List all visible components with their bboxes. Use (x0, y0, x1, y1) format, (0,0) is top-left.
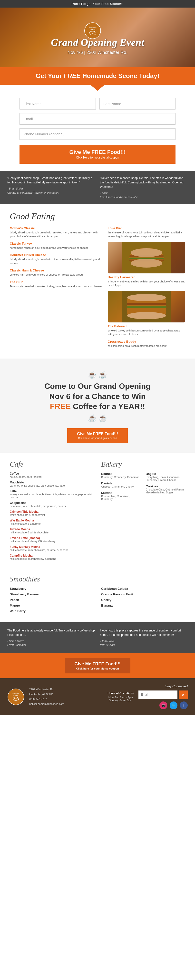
menu-item-3: Gourmet Grilled Cheese thickly sliced so… (10, 253, 103, 265)
cafe-item-tuxedo: Tuxedo Mocha milk chocolate & white choc… (10, 528, 94, 534)
svg-point-10 (131, 259, 162, 267)
cafe-item-coffee: Coffee house, decaf, dark roasted (10, 472, 94, 478)
cafe-item-funky: Funky Monkey Mocha milk chocolate, milk … (10, 545, 94, 552)
bakery-cookies: Cookies Chocolate Chip, Oatmeal Raisin, … (146, 484, 185, 494)
testimonial-2: "Never been to a coffee shop like this. … (100, 176, 188, 199)
svg-text:Coffee: Coffee (90, 29, 95, 31)
footer-phone: (256) 521-3121 (29, 697, 103, 702)
smoothie-banana: Banana (101, 604, 185, 607)
smoothie-peach: Peach (10, 598, 94, 602)
bakery-col-1: Scones Blueberry, Cranberry, Cinnamon Da… (101, 472, 141, 503)
win-button[interactable]: Give Me FREE Food!!! Click here for your… (67, 428, 128, 443)
menu-right: Love Bird the cheese of your choice join… (108, 226, 185, 351)
bakery-title: Bakery (101, 460, 185, 468)
footer-email-send-button[interactable]: ➤ (179, 690, 188, 699)
free-banner-post: Homemade Scone Today! (81, 72, 159, 80)
menu-left: Mother's Classic thickly sliced sour dou… (10, 226, 103, 351)
footer-logo: Homemade Coffee (7, 688, 24, 705)
footer-address: 2202 Winchester Rd. (29, 687, 103, 692)
svg-text:Homemade: Homemade (13, 692, 19, 694)
win-btn-label: Give Me FREE Food!!! (77, 432, 118, 436)
bakery-bagels: Bagels Everything, Plain, Cinnamon, Blue… (146, 472, 185, 482)
menu-item-4: Classic Ham & Cheese smoked ham with you… (10, 269, 103, 277)
testimonial-1-author: - Brian Smith Creator of the Lonely Trav… (7, 186, 95, 195)
banner-arrow (90, 84, 105, 91)
hero-subtitle: Nov 4-6 | 2202 Winchester Rd. (68, 50, 127, 55)
top-bar-text: Don't Forget Your Free Scone!!! (71, 2, 123, 6)
food-image-2 (108, 291, 185, 323)
menu-item-6: Love Bird the cheese of your choice join… (108, 226, 185, 238)
hero-title: Grand Opening Event (51, 37, 144, 48)
free-banner-free: FREE (63, 72, 81, 80)
testimonial-1-quote: "Really neat coffee shop. Great food and… (7, 177, 92, 184)
footer-info: 2202 Winchester Rd. Huntsville, AL 35811… (29, 687, 103, 706)
facebook-icon[interactable]: f (180, 702, 188, 709)
phone-input[interactable] (19, 128, 176, 140)
cafe-title: Cafe (10, 460, 94, 468)
win-btn-sub: Click here for your digital coupon (77, 437, 118, 439)
instagram-icon[interactable]: 📷 (159, 702, 167, 709)
final-cta-section: Give Me FREE Food!!! Click here for your… (0, 653, 195, 678)
footer-email-input[interactable] (138, 690, 178, 699)
smoothies-section: Smoothies Strawberry Strawberry Banana P… (0, 570, 195, 622)
footer-email-row: ➤ (138, 690, 188, 699)
menu-item-5: The Club Texas style bread with smoked t… (10, 280, 103, 288)
first-name-input[interactable] (19, 98, 96, 110)
form-section: Give Me FREE Food!!! Click Here for your… (0, 91, 195, 171)
final-btn-sub: Click here for your digital coupon (75, 667, 120, 670)
bakery-col-2: Bagels Everything, Plain, Cinnamon, Blue… (146, 472, 185, 503)
email-input[interactable] (19, 113, 176, 125)
twitter-icon[interactable]: 🐦 (170, 702, 178, 709)
smoothie-strawberry-banana: Strawberry Banana (10, 592, 94, 596)
last-name-input[interactable] (100, 98, 176, 110)
email-row (19, 113, 176, 125)
testimonial-2-quote: "Never been to a coffee shop like this. … (100, 177, 183, 189)
phone-row (19, 128, 176, 140)
bakery-muffins: Muffins Banana Nut, Chocolate, Blueberry (101, 491, 141, 501)
good-eating-section: Good Eating Mother's Classic thickly sli… (0, 204, 195, 358)
svg-rect-13 (127, 303, 166, 305)
food-image-1 (108, 242, 185, 274)
cafe-column: Cafe Coffee house, decaf, dark roasted M… (10, 460, 94, 563)
smoothies-grid: Strawberry Strawberry Banana Peach Mango… (10, 587, 185, 615)
bottom-testimonial-1-quote: The Food here is absolutely wonderful. T… (7, 629, 95, 636)
smoothie-orange-passion: Orange Passion Fruit (101, 592, 185, 596)
svg-point-16 (127, 312, 166, 319)
svg-point-17 (8, 689, 24, 705)
smoothie-strawberry: Strawberry (10, 587, 94, 590)
final-cta-button[interactable]: Give Me FREE Food!!! Click here for your… (65, 658, 130, 673)
cafe-item-macchiato: Macchiato caramel, white chocolate, dark… (10, 481, 94, 487)
submit-button[interactable]: Give Me FREE Food!!! Click Here for your… (19, 145, 176, 164)
svg-text:Coffee: Coffee (13, 694, 18, 696)
bakery-grid: Scones Blueberry, Cranberry, Cinnamon Da… (101, 472, 185, 503)
testimonial-2-author: - Kelly from FitnessFoodie on YouTube (100, 191, 188, 199)
menu-item-8: The Beloved smoked turkey with bacon sur… (108, 325, 185, 336)
svg-point-15 (127, 294, 166, 301)
cafe-item-crimson: Crimson Tide Mocha white chocolate & pep… (10, 510, 94, 516)
smoothie-wild-berry: Wild Berry (10, 609, 94, 613)
menu-item-7: Healthy Harvester a large wheat wrap stu… (108, 275, 185, 287)
cafe-item-lovers: Lover's Latte (Mocha) milk chocolate & c… (10, 536, 94, 542)
footer-hours-1: Mon-Sat: 6am - 7pm (108, 696, 133, 699)
menu-item-2: Classic Turkey homemade ranch on sour do… (10, 242, 103, 250)
smoothies-col-2: Caribbean Colada Orange Passion Fruit Ch… (101, 587, 185, 615)
testimonial-1: "Really neat coffee shop. Great food and… (7, 176, 95, 199)
footer-city: Huntsville, AL 35811 (29, 692, 103, 697)
footer-right: Stay Connected ➤ 📷 🐦 f (138, 684, 188, 709)
bakery-scones: Scones Blueberry, Cranberry, Cinnamon (101, 472, 141, 479)
win-banner: ☕ ☕ Come to Our Grand Opening Nov 6 for … (0, 358, 195, 453)
bottom-testimonials: The Food here is absolutely wonderful. T… (0, 622, 195, 653)
svg-point-0 (85, 23, 101, 39)
footer: Homemade Coffee 2202 Winchester Rd. Hunt… (0, 678, 195, 715)
testimonials-section: "Really neat coffee shop. Great food and… (0, 171, 195, 204)
smoothie-mango: Mango (10, 604, 94, 607)
footer-hours-title: Hours of Operations (108, 692, 133, 695)
footer-hours-2: Sunday: 8am - 5pm (108, 699, 133, 702)
menu-item-1: Mother's Classic thickly sliced sour dou… (10, 226, 103, 238)
menu-item-9: Crossroads Buddy chicken salad on a fres… (108, 340, 185, 348)
bottom-testimonial-1: The Food here is absolutely wonderful. T… (7, 628, 95, 647)
smoothies-col-1: Strawberry Strawberry Banana Peach Mango… (10, 587, 94, 615)
smoothie-cherry: Cherry (101, 598, 185, 602)
cafe-item-cappuccino: Cappuccino cinnamon, white chocolate, pe… (10, 501, 94, 508)
footer-tagline: Stay Connected (165, 684, 188, 688)
